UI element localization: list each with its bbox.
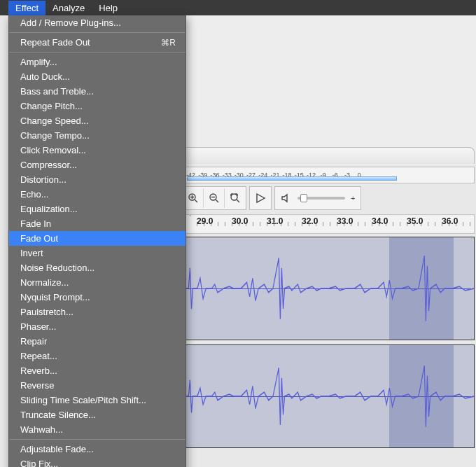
menu-item-echo[interactable]: Echo... — [9, 187, 186, 202]
zoom-in-icon — [188, 193, 199, 204]
menu-item-paulstretch[interactable]: Paulstretch... — [9, 305, 186, 319]
menu-item-phaser[interactable]: Phaser... — [9, 319, 186, 334]
menu-item-label: Noise Reduction... — [20, 263, 94, 273]
menu-item-repeat[interactable]: Repeat... — [9, 349, 186, 363]
menu-separator — [9, 52, 186, 53]
menu-item-label: Normalize... — [20, 277, 69, 288]
ruler-mark: 29.0 — [197, 215, 232, 226]
menu-item-label: Compressor... — [20, 160, 77, 170]
menu-item-label: Nyquist Prompt... — [20, 292, 90, 302]
menu-item-label: Repeat... — [20, 351, 57, 361]
menu-item-label: Invert — [20, 248, 43, 258]
menu-item-fade-out[interactable]: Fade Out — [9, 231, 186, 246]
window-titlebar — [182, 147, 475, 164]
plus-icon: + — [351, 194, 355, 202]
menu-item-label: Repeat Fade Out — [20, 37, 90, 48]
menu-item-label: Truncate Silence... — [20, 410, 96, 420]
menu-item-label: Echo... — [20, 189, 48, 200]
svg-point-7 — [231, 194, 237, 200]
zoom-out-button[interactable] — [204, 188, 225, 208]
menu-item-truncate-silence[interactable]: Truncate Silence... — [9, 407, 186, 422]
track-2[interactable] — [182, 344, 475, 448]
menu-item-change-pitch[interactable]: Change Pitch... — [9, 99, 186, 113]
menu-item-label: Fade Out — [20, 233, 58, 244]
menu-item-label: Reverse — [20, 380, 54, 391]
ruler-mark: 33.0 — [337, 215, 372, 226]
track-1[interactable] — [182, 237, 475, 340]
menu-item-label: Equalization... — [20, 204, 78, 214]
meter-bar — [187, 176, 397, 181]
menu-item-auto-duck[interactable]: Auto Duck... — [9, 69, 186, 84]
zoom-fit-button[interactable] — [225, 188, 246, 208]
menu-item-label: Paulstretch... — [20, 307, 74, 317]
menu-item-bass-and-treble[interactable]: Bass and Treble... — [9, 84, 186, 99]
level-meter[interactable]: -42 -39 -36 -33 -30 -27 -24 -21 -18 -15 … — [182, 167, 475, 183]
toolbar: + — [182, 186, 475, 210]
menu-item-reverse[interactable]: Reverse — [9, 378, 186, 393]
menu-item-shortcut: ⌘R — [161, 38, 176, 48]
menu-item-wahwah[interactable]: Wahwah... — [9, 422, 186, 437]
play-button[interactable] — [250, 188, 271, 208]
svg-line-1 — [195, 200, 197, 202]
menu-item-sliding-time-scale-pitch-shift[interactable]: Sliding Time Scale/Pitch Shift... — [9, 393, 186, 407]
menu-item-invert[interactable]: Invert — [9, 246, 186, 260]
transport-group — [249, 186, 272, 210]
menu-item-change-tempo[interactable]: Change Tempo... — [9, 128, 186, 143]
menu-item-fade-in[interactable]: Fade In — [9, 216, 186, 231]
menu-item-amplify[interactable]: Amplify... — [9, 55, 186, 69]
menu-item-noise-reduction[interactable]: Noise Reduction... — [9, 260, 186, 275]
menu-item-repair[interactable]: Repair — [9, 334, 186, 349]
menu-item-label: Change Speed... — [20, 116, 89, 126]
menu-item-label: Repair — [20, 336, 47, 347]
timeline-ruler[interactable]: 29.0 30.0 31.0 32.0 33.0 34.0 35.0 36.0 … — [182, 214, 475, 234]
ruler-mark: 35.0 — [407, 215, 442, 226]
tracks-area — [182, 237, 475, 467]
ruler-mark: 34.0 — [372, 215, 407, 226]
menu-item-compressor[interactable]: Compressor... — [9, 158, 186, 172]
menu-item-label: Phaser... — [20, 321, 56, 332]
waveform — [183, 345, 474, 447]
menu-item-label: Change Tempo... — [20, 130, 90, 141]
menu-separator — [9, 439, 186, 440]
menu-item-label: Distortion... — [20, 174, 66, 185]
svg-marker-13 — [257, 194, 265, 202]
menu-item-click-removal[interactable]: Click Removal... — [9, 143, 186, 158]
menubar: Effect Analyze Help — [0, 0, 476, 15]
menu-item-label: Click Removal... — [20, 145, 86, 155]
menu-item-label: Fade In — [20, 218, 51, 229]
ruler-mark: 32.0 — [302, 215, 337, 226]
svg-line-8 — [237, 200, 239, 202]
menu-item-clip-fix[interactable]: Clip Fix... — [9, 456, 186, 467]
menu-item-label: Sliding Time Scale/Pitch Shift... — [20, 395, 146, 405]
volume-slider-thumb[interactable] — [300, 194, 307, 202]
zoom-group — [182, 186, 246, 210]
menubar-item-effect[interactable]: Effect — [8, 1, 46, 15]
menu-item-add-remove-plug-ins[interactable]: Add / Remove Plug-ins... — [9, 15, 186, 30]
menu-item-change-speed[interactable]: Change Speed... — [9, 113, 186, 128]
menu-item-equalization[interactable]: Equalization... — [9, 202, 186, 216]
menu-item-repeat-fade-out[interactable]: Repeat Fade Out⌘R — [9, 35, 186, 50]
ruler-mark: 36.0 — [442, 215, 475, 226]
menu-item-label: Amplify... — [20, 57, 57, 67]
ruler-mark: 31.0 — [267, 215, 302, 226]
ruler-mark: 30.0 — [232, 215, 267, 226]
volume-slider[interactable] — [298, 197, 345, 200]
menu-item-adjustable-fade[interactable]: Adjustable Fade... — [9, 442, 186, 456]
menu-item-nyquist-prompt[interactable]: Nyquist Prompt... — [9, 290, 186, 305]
menu-item-label: Auto Duck... — [20, 71, 70, 82]
menu-item-distortion[interactable]: Distortion... — [9, 172, 186, 187]
menubar-item-help[interactable]: Help — [92, 1, 125, 15]
speaker-icon — [281, 193, 292, 204]
menu-separator — [9, 32, 186, 33]
menu-item-label: Adjustable Fade... — [20, 444, 94, 454]
menu-item-normalize[interactable]: Normalize... — [9, 275, 186, 290]
menubar-item-analyze[interactable]: Analyze — [46, 1, 92, 15]
menu-item-label: Wahwah... — [20, 424, 63, 435]
play-icon — [255, 193, 266, 204]
effect-menu: Add / Remove Plug-ins...Repeat Fade Out⌘… — [8, 15, 186, 467]
waveform — [183, 237, 474, 340]
menu-item-label: Bass and Treble... — [20, 86, 94, 97]
menu-item-label: Reverb... — [20, 365, 57, 376]
window-background — [186, 15, 476, 165]
menu-item-reverb[interactable]: Reverb... — [9, 363, 186, 378]
